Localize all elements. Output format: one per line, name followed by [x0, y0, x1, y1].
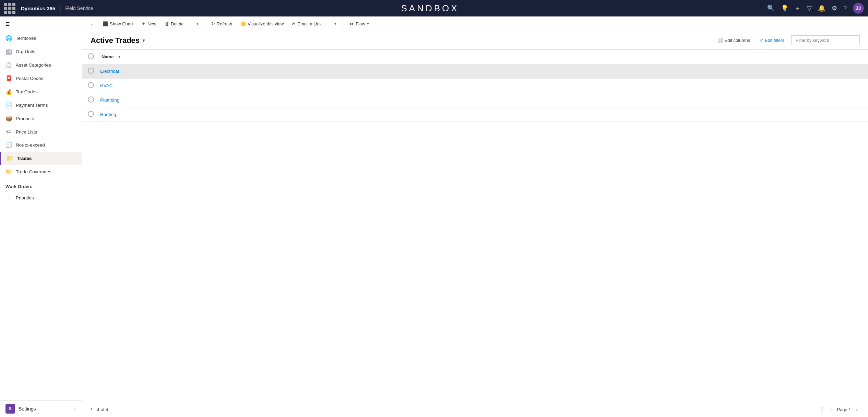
name-column-label: Name — [102, 54, 114, 59]
sidebar-item-price-lists[interactable]: 🏷 Price Lists — [0, 125, 82, 138]
back-button[interactable]: ← — [86, 19, 98, 28]
email-link-button[interactable]: ✉ Email a Link — [288, 19, 325, 28]
sidebar-label-trade-coverages: Trade Coverages — [16, 169, 51, 174]
sidebar-label-trades: Trades — [17, 156, 32, 161]
row-circle-check-0[interactable] — [88, 68, 94, 74]
first-page-button[interactable]: ⟨| — [818, 406, 825, 414]
price-lists-icon: 🏷 — [5, 129, 12, 135]
dropdown-button-2[interactable]: ▾ — [331, 20, 340, 28]
table-row[interactable]: Electrical — [82, 64, 868, 79]
sidebar-label-postal-codes: Postal Codes — [16, 76, 43, 81]
sidebar-item-not-to-exceed[interactable]: 🧾 Not-to-exceed — [0, 138, 82, 152]
sidebar-label-price-lists: Price Lists — [16, 129, 37, 135]
add-icon[interactable]: ＋ — [795, 4, 801, 12]
sidebar-item-postal-codes[interactable]: 📮 Postal Codes — [0, 72, 82, 85]
more-icon: ⋯ — [377, 21, 382, 26]
sidebar-item-asset-categories[interactable]: 📋 Asset Categories — [0, 58, 82, 72]
edit-columns-button[interactable]: ⬜ Edit columns — [715, 36, 753, 44]
sidebar-label-asset-categories: Asset Categories — [16, 62, 51, 68]
row-circle-check-3[interactable] — [88, 111, 94, 117]
row-checkbox-0[interactable] — [88, 68, 100, 75]
table-column-header: Name ↑ ▾ — [82, 50, 868, 64]
app-grid-icon[interactable] — [4, 3, 15, 14]
gear-icon[interactable]: ⚙ — [832, 4, 837, 12]
refresh-button[interactable]: ↻ Refresh — [208, 19, 236, 28]
user-avatar[interactable]: BD — [853, 3, 864, 14]
row-checkbox-2[interactable] — [88, 96, 100, 104]
page-label: Page 1 — [837, 407, 851, 412]
sidebar-item-trade-coverages[interactable]: 📁 Trade Coverages — [0, 165, 82, 178]
row-checkbox-1[interactable] — [88, 82, 100, 89]
name-column-header[interactable]: Name ↑ ▾ — [102, 54, 863, 59]
sidebar-item-tax-codes[interactable]: 💰 Tax Codes — [0, 85, 82, 99]
sidebar-item-priorities[interactable]: ↕ Priorities — [0, 191, 82, 204]
new-plus-icon: ＋ — [141, 21, 146, 27]
sandbox-title: SANDBOX — [96, 3, 764, 14]
table-row[interactable]: Plumbing — [82, 93, 868, 107]
filter-funnel-icon: ▽ — [760, 38, 763, 43]
prev-page-button[interactable]: ‹ — [828, 406, 834, 414]
delete-label: Delete — [171, 21, 184, 26]
filter-icon[interactable]: ▽ — [807, 4, 812, 12]
show-chart-button[interactable]: ⬛ Show Chart — [99, 19, 136, 28]
flow-chevron-icon: ▾ — [367, 22, 369, 26]
settings-avatar: S — [5, 404, 15, 414]
row-checkbox-3[interactable] — [88, 111, 100, 118]
row-name-0[interactable]: Electrical — [100, 69, 863, 74]
products-icon: 📦 — [5, 115, 12, 122]
sidebar-item-trades[interactable]: 📁 Trades — [0, 152, 82, 165]
more-button[interactable]: ⋯ — [374, 19, 385, 28]
edit-filters-label: Edit filters — [765, 38, 784, 43]
work-orders-section: Work Orders — [0, 178, 82, 191]
lightbulb-icon[interactable]: 💡 — [781, 4, 788, 12]
filter-input[interactable] — [791, 35, 860, 45]
back-icon: ← — [90, 21, 94, 26]
sort-asc-icon: ↑ — [115, 55, 117, 59]
new-button[interactable]: ＋ New — [138, 19, 160, 29]
sidebar-settings[interactable]: S Settings ◇ — [0, 401, 82, 417]
table-row[interactable]: HVAC — [82, 79, 868, 93]
sidebar-item-payment-terms[interactable]: 📄 Payment Terms — [0, 99, 82, 112]
toolbar-sep-2 — [205, 20, 205, 28]
visualize-label: Visualize this view — [248, 21, 284, 26]
sort-chevron-icon[interactable]: ▾ — [118, 55, 120, 59]
sidebar-item-org-units[interactable]: 🏢 Org Units — [0, 45, 82, 58]
brand-label[interactable]: Dynamics 365 — [21, 5, 55, 11]
row-circle-check-2[interactable] — [88, 96, 94, 103]
header-circle-check[interactable] — [88, 53, 94, 59]
help-icon[interactable]: ? — [843, 5, 847, 12]
toolbar: ← ⬛ Show Chart ＋ New 🗑 Delete ▾ ↻ Refres… — [82, 16, 868, 31]
row-name-3[interactable]: Roofing — [100, 112, 863, 117]
sidebar-label-territories: Territories — [16, 36, 36, 41]
sidebar-item-products[interactable]: 📦 Products — [0, 112, 82, 125]
header-checkbox-area[interactable] — [88, 53, 100, 60]
search-icon[interactable]: 🔍 — [767, 4, 775, 12]
row-name-1[interactable]: HVAC — [100, 83, 863, 88]
table-row[interactable]: Roofing — [82, 107, 868, 122]
settings-chevron-icon: ◇ — [73, 406, 76, 411]
priorities-icon: ↕ — [5, 195, 12, 201]
bell-icon[interactable]: 🔔 — [818, 4, 825, 12]
email-icon: ✉ — [292, 21, 296, 26]
row-circle-check-1[interactable] — [88, 82, 94, 88]
email-label: Email a Link — [297, 21, 322, 26]
list-title-chevron-icon[interactable]: ▾ — [142, 38, 145, 43]
sidebar-item-territories[interactable]: 🌐 Territories — [0, 32, 82, 45]
asset-categories-icon: 📋 — [5, 62, 12, 68]
visualize-button[interactable]: 🟡 Visualize this view — [237, 19, 287, 28]
hamburger-icon[interactable]: ☰ — [0, 16, 82, 32]
visualize-icon: 🟡 — [240, 21, 246, 26]
dropdown-button-1[interactable]: ▾ — [193, 20, 202, 28]
row-name-2[interactable]: Plumbing — [100, 97, 863, 103]
flow-button[interactable]: ≫ Flow ▾ — [346, 19, 372, 28]
not-to-exceed-icon: 🧾 — [5, 142, 12, 148]
delete-icon: 🗑 — [165, 21, 169, 26]
sidebar-label-payment-terms: Payment Terms — [16, 103, 48, 108]
edit-filters-button[interactable]: ▽ Edit filters — [757, 36, 787, 44]
module-label: Field Service — [65, 5, 93, 11]
delete-button[interactable]: 🗑 Delete — [161, 19, 187, 28]
next-page-button[interactable]: › — [854, 406, 860, 414]
chevron-down-icon-2: ▾ — [334, 22, 336, 26]
org-units-icon: 🏢 — [5, 48, 12, 55]
toolbar-sep-3 — [328, 20, 328, 28]
